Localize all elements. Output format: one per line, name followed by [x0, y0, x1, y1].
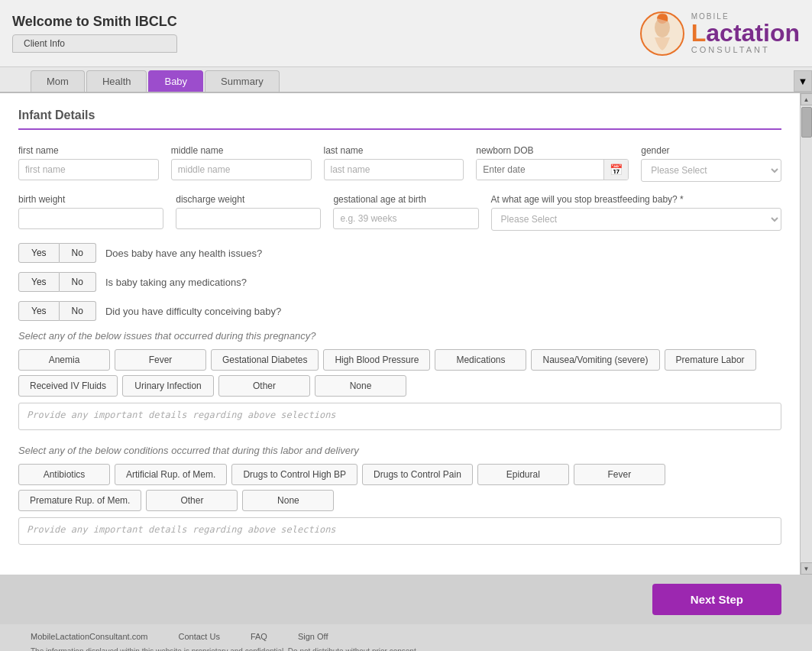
tab-health[interactable]: Health: [86, 70, 147, 92]
label-birth-weight: birth weight: [18, 194, 163, 205]
toggle-other-labor[interactable]: Other: [146, 490, 238, 511]
toggle-nausea-vomiting[interactable]: Nausea/Vomiting (severe): [531, 349, 659, 371]
label-last-name: last name: [324, 145, 464, 156]
labor-details-textarea[interactable]: [18, 517, 781, 545]
input-last-name[interactable]: [324, 159, 464, 180]
app-title: Welcome to Smith IBCLC: [12, 14, 177, 30]
toggle-fever-labor[interactable]: Fever: [574, 464, 665, 485]
footer-bar: Next Step: [0, 575, 812, 624]
meds-no-btn[interactable]: No: [60, 272, 96, 292]
pregnancy-toggle-grid: Anemia Fever Gestational Diabetes High B…: [18, 349, 781, 397]
yn-row-meds: Yes No Is baby taking any medications?: [18, 272, 781, 292]
label-gestational-age: gestational age at birth: [333, 194, 478, 205]
input-discharge-weight[interactable]: [176, 208, 321, 229]
form-row-1: first name middle name last name newborn…: [18, 145, 781, 182]
calendar-icon[interactable]: 📅: [603, 160, 628, 180]
header: Welcome to Smith IBCLC Client Info MOBIL…: [0, 0, 812, 67]
select-stop-bf[interactable]: Please Select 6 months 12 months 24 mont…: [491, 208, 781, 231]
toggle-none-pregnancy[interactable]: None: [315, 375, 406, 397]
footer-link-faq[interactable]: FAQ: [251, 632, 267, 641]
toggle-fever[interactable]: Fever: [115, 349, 206, 371]
label-discharge-weight: discharge weight: [176, 194, 321, 205]
logo-text: MOBILE Lactation CONSULTANT: [691, 12, 800, 54]
labor-section-label: Select any of the below conditions occur…: [18, 445, 781, 456]
toggle-drugs-high-bp[interactable]: Drugs to Control High BP: [231, 464, 357, 485]
input-middle-name[interactable]: [171, 159, 312, 180]
logo-brand: Lactation: [691, 21, 800, 45]
field-dob: newborn DOB 📅: [476, 145, 629, 182]
toggle-none-labor[interactable]: None: [242, 490, 334, 511]
form-row-2: birth weight discharge weight gestationa…: [18, 194, 781, 231]
label-first-name: first name: [18, 145, 159, 156]
toggle-epidural[interactable]: Epidural: [477, 464, 569, 485]
toggle-premature-rup[interactable]: Premature Rup. of Mem.: [18, 490, 141, 511]
nav-dropdown[interactable]: ▼: [794, 70, 812, 92]
next-step-button[interactable]: Next Step: [652, 584, 781, 615]
field-birth-weight: birth weight: [18, 194, 163, 231]
toggle-other-pregnancy[interactable]: Other: [218, 375, 310, 397]
toggle-drugs-pain[interactable]: Drugs to Control Pain: [362, 464, 473, 485]
toggle-medications[interactable]: Medications: [435, 349, 526, 371]
tab-mom[interactable]: Mom: [31, 70, 85, 92]
label-stop-bf: At what age will you stop breastfeeding …: [491, 194, 781, 205]
health-question: Does baby have any health issues?: [105, 248, 262, 259]
label-dob: newborn DOB: [476, 145, 629, 156]
pregnancy-details-textarea[interactable]: [18, 403, 781, 430]
toggle-artificial-rup[interactable]: Artificial Rup. of Mem.: [115, 464, 227, 485]
toggle-urinary-infection[interactable]: Urinary Infection: [122, 375, 214, 397]
conceive-no-btn[interactable]: No: [60, 301, 96, 321]
tab-baby[interactable]: Baby: [148, 70, 203, 92]
footer-link-contact[interactable]: Contact Us: [178, 632, 219, 641]
toggle-received-iv-fluids[interactable]: Received IV Fluids: [18, 375, 118, 397]
toggle-gestational-diabetes[interactable]: Gestational Diabetes: [211, 349, 319, 371]
scroll-down-arrow[interactable]: ▼: [801, 562, 813, 575]
toggle-anemia[interactable]: Anemia: [18, 349, 110, 371]
main-content-wrapper: Infant Details first name middle name la…: [0, 93, 812, 575]
health-no-btn[interactable]: No: [60, 243, 96, 263]
field-last-name: last name: [324, 145, 464, 182]
logo-area: MOBILE Lactation CONSULTANT: [639, 11, 800, 57]
input-gestational-age[interactable]: [333, 208, 478, 229]
nav-tabs: Mom Health Baby Summary ▼: [0, 67, 812, 93]
input-dob[interactable]: [477, 160, 603, 180]
field-first-name: first name: [18, 145, 159, 182]
bottom-footer: MobileLactationConsultant.com Contact Us…: [0, 624, 812, 651]
footer-links: MobileLactationConsultant.com Contact Us…: [31, 632, 781, 641]
meds-yes-btn[interactable]: Yes: [18, 272, 60, 292]
content-area: Infant Details first name middle name la…: [0, 93, 800, 575]
scrollbar[interactable]: ▲ ▼: [800, 93, 812, 575]
field-gender: gender Please Select Male Female: [641, 145, 781, 182]
select-gender[interactable]: Please Select Male Female: [641, 159, 781, 182]
footer-link-signoff[interactable]: Sign Off: [298, 632, 328, 641]
scroll-thumb[interactable]: [801, 107, 812, 138]
toggle-high-blood-pressure[interactable]: High Blood Pressure: [323, 349, 430, 371]
yn-row-conceive: Yes No Did you have difficulty conceivin…: [18, 301, 781, 321]
field-gestational-age: gestational age at birth: [333, 194, 478, 231]
health-yes-btn[interactable]: Yes: [18, 243, 60, 263]
conceive-question: Did you have difficulty conceiving baby?: [105, 306, 281, 317]
input-first-name[interactable]: [18, 159, 159, 180]
client-info-tab[interactable]: Client Info: [12, 34, 177, 53]
footer-link-site[interactable]: MobileLactationConsultant.com: [31, 632, 147, 641]
logo-consultant-text: CONSULTANT: [691, 45, 770, 54]
yn-row-health: Yes No Does baby have any health issues?: [18, 243, 781, 263]
label-middle-name: middle name: [171, 145, 312, 156]
toggle-premature-labor[interactable]: Premature Labor: [665, 349, 756, 371]
logo-icon: [639, 11, 685, 57]
dob-input-wrapper: 📅: [476, 159, 629, 180]
pregnancy-section-label: Select any of the below issues that occu…: [18, 330, 781, 342]
field-middle-name: middle name: [171, 145, 312, 182]
scroll-up-arrow[interactable]: ▲: [801, 93, 813, 105]
toggle-antibiotics[interactable]: Antibiotics: [18, 464, 110, 485]
label-gender: gender: [641, 145, 781, 156]
meds-question: Is baby taking any medications?: [105, 277, 247, 288]
tab-summary[interactable]: Summary: [205, 70, 280, 92]
input-birth-weight[interactable]: [18, 208, 163, 229]
conceive-yes-btn[interactable]: Yes: [18, 301, 60, 321]
section-title: Infant Details: [18, 108, 781, 130]
footer-note-1: The information displayed within this we…: [31, 646, 781, 651]
header-left: Welcome to Smith IBCLC Client Info: [12, 14, 177, 53]
field-discharge-weight: discharge weight: [176, 194, 321, 231]
labor-toggle-grid: Antibiotics Artificial Rup. of Mem. Drug…: [18, 464, 781, 511]
field-stop-bf: At what age will you stop breastfeeding …: [491, 194, 781, 231]
